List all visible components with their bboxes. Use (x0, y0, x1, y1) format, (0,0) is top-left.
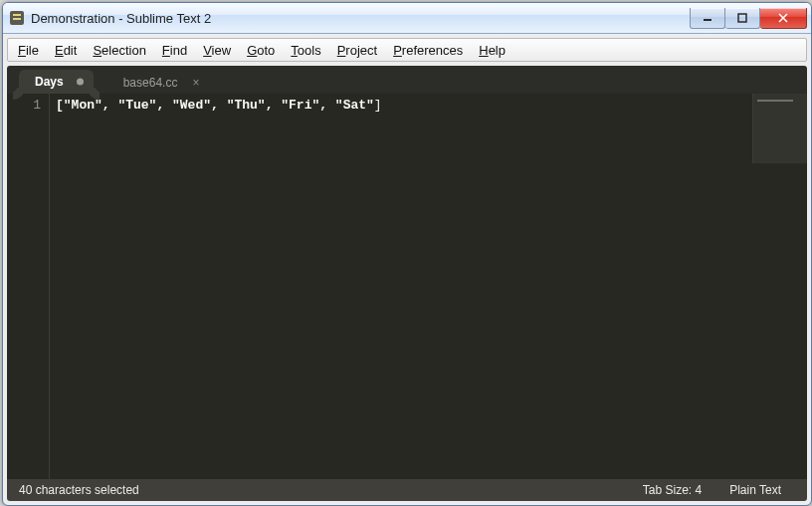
menu-find[interactable]: Find (154, 41, 195, 60)
app-window: Demonstration - Sublime Text 2 File Edit… (2, 2, 812, 506)
window-controls (690, 8, 807, 28)
menu-file[interactable]: File (10, 41, 47, 60)
tab-row: Days base64.cc × (7, 66, 807, 94)
code-area[interactable]: ["Mon", "Tue", "Wed", "Thu", "Fri", "Sat… (50, 94, 807, 479)
editor-area: 1 ["Mon", "Tue", "Wed", "Thu", "Fri", "S… (7, 94, 807, 479)
menubar: File Edit Selection Find View Goto Tools… (7, 38, 807, 62)
menu-goto[interactable]: Goto (239, 41, 283, 60)
close-icon (777, 13, 789, 23)
menu-selection[interactable]: Selection (85, 41, 153, 60)
status-tab-size[interactable]: Tab Size: 4 (629, 483, 715, 497)
menu-help[interactable]: Help (471, 41, 513, 60)
tab-base64[interactable]: base64.cc × (107, 72, 208, 94)
minimize-icon (703, 13, 712, 23)
tab-label: base64.cc (123, 76, 178, 90)
menu-tools[interactable]: Tools (283, 41, 328, 60)
minimize-button[interactable] (690, 8, 725, 29)
svg-rect-2 (13, 18, 21, 20)
app-icon (9, 10, 25, 26)
line-number: 1 (7, 98, 41, 113)
tab-days[interactable]: Days (19, 70, 94, 94)
tab-label: Days (35, 75, 64, 89)
titlebar[interactable]: Demonstration - Sublime Text 2 (3, 3, 811, 34)
code-text: ] (374, 98, 382, 113)
status-selection: 40 characters selected (19, 483, 139, 497)
maximize-icon (737, 13, 747, 23)
menu-project[interactable]: Project (329, 41, 385, 60)
status-syntax[interactable]: Plain Text (715, 483, 795, 497)
maximize-button[interactable] (725, 8, 760, 29)
menu-edit[interactable]: Edit (47, 41, 85, 60)
minimap[interactable] (752, 94, 807, 163)
minimap-line (757, 100, 793, 102)
close-icon[interactable]: × (192, 77, 199, 89)
statusbar: 40 characters selected Tab Size: 4 Plain… (7, 479, 807, 501)
svg-rect-3 (704, 19, 711, 21)
close-button[interactable] (760, 8, 807, 29)
selected-text: ["Mon", "Tue", "Wed", "Thu", "Fri", "Sat… (56, 98, 374, 113)
menu-view[interactable]: View (195, 41, 239, 60)
svg-rect-1 (13, 14, 21, 16)
svg-rect-4 (738, 14, 746, 22)
line-gutter: 1 (7, 94, 50, 479)
dirty-indicator-icon (77, 79, 84, 86)
menu-preferences[interactable]: Preferences (385, 41, 471, 60)
window-title: Demonstration - Sublime Text 2 (31, 11, 690, 26)
